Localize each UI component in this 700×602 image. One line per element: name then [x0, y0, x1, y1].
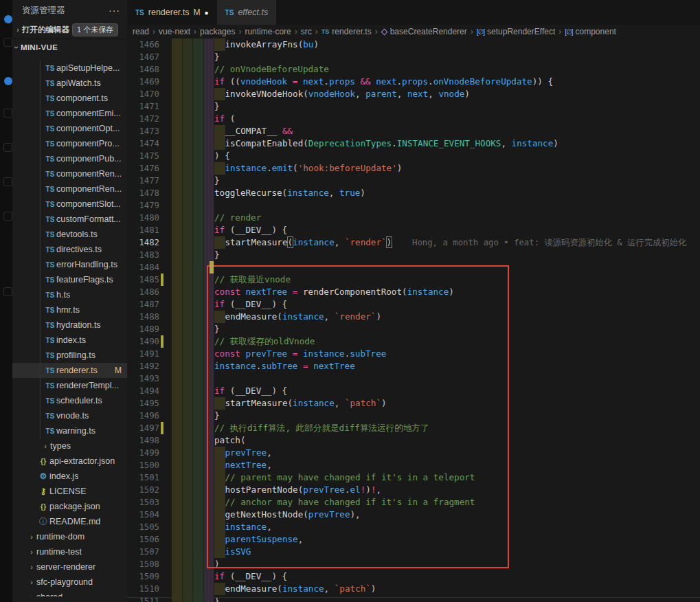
code-line-1511[interactable]: 1511} [127, 595, 700, 602]
file-tree-item-server-renderer[interactable]: ›server-renderer [12, 559, 127, 575]
file-tree-item-LICENSE[interactable]: ⚷LICENSE [12, 484, 127, 499]
gutter [159, 249, 172, 261]
code-line-1509[interactable]: 1509if (__DEV__) { [127, 570, 700, 583]
file-tree-item-renderer.ts[interactable]: TSrenderer.tsM [12, 363, 127, 378]
code-line-1469[interactable]: 1469if ((vnodeHook = next.props && next.… [127, 76, 700, 88]
activity-icon[interactable] [3, 287, 12, 296]
breadcrumb-item-baseCreateRenderer[interactable]: baseCreateRenderer [381, 27, 467, 36]
breadcrumb-separator-icon: › [238, 27, 241, 36]
code-editor[interactable]: 1466invokeArrayFns(bu)1467}1468// onVnod… [127, 38, 700, 602]
code-line-1477[interactable]: 1477} [127, 175, 700, 187]
breadcrumb-item-renderer.ts[interactable]: TSrenderer.ts [321, 27, 372, 36]
breadcrumb-item-read[interactable]: read [133, 27, 149, 36]
file-tree-item-componentRen[interactable]: TScomponentRen... [12, 166, 127, 181]
breadcrumb-item-setupRenderEffect[interactable]: [∅]setupRenderEffect [477, 27, 555, 36]
file-tree-item-apiSetupHelpe[interactable]: TSapiSetupHelpe... [12, 60, 127, 76]
code-line-1510[interactable]: 1510endMeasure(instance, `patch`) [127, 583, 700, 595]
tab-effect.ts[interactable]: TSeffect.ts [217, 0, 277, 25]
chevron-right-icon: › [30, 533, 33, 542]
file-tree-item-index.js[interactable]: ⚙index.js [12, 469, 127, 484]
gutter [159, 385, 172, 397]
code-line-1479[interactable]: 1479 [127, 199, 700, 212]
code-line-1471[interactable]: 1471} [127, 100, 700, 113]
code-line-1466[interactable]: 1466invokeArrayFns(bu) [127, 38, 700, 51]
breadcrumb-item-src[interactable]: src [301, 27, 312, 36]
file-tree-item-rendererTempl[interactable]: TSrendererTempl... [12, 378, 127, 393]
gutter [159, 521, 172, 533]
gutter [159, 298, 172, 311]
file-tree-item-apiWatch.ts[interactable]: TSapiWatch.ts [12, 76, 127, 91]
activity-icon[interactable] [3, 143, 12, 152]
tab-renderer.ts[interactable]: TSrenderer.tsM● [127, 0, 217, 25]
file-tree-item-runtime-test[interactable]: ›runtime-test [12, 544, 127, 559]
code-line-1480[interactable]: 1480// render [127, 212, 700, 224]
code-line-1474[interactable]: 1474isCompatEnabled(DeprecationTypes.INS… [127, 137, 700, 150]
file-tree-item-directives.ts[interactable]: TSdirectives.ts [12, 242, 127, 257]
line-number: 1497 [127, 422, 159, 434]
code-line-1483[interactable]: 1483} [127, 249, 700, 261]
breadcrumb-item-packages[interactable]: packages [200, 27, 235, 36]
file-tree-item-componentEmi[interactable]: TScomponentEmi... [12, 106, 127, 121]
file-tree-item-devtools.ts[interactable]: TSdevtools.ts [12, 227, 127, 242]
breadcrumb-item-vue-next[interactable]: vue-next [159, 27, 190, 36]
file-tree-item-warning.ts[interactable]: TSwarning.ts [12, 423, 127, 438]
code-line-1478[interactable]: 1478toggleRecurse(instance, true) [127, 187, 700, 199]
code-line-1475[interactable]: 1475) { [127, 150, 700, 162]
file-tree-item-componentPro[interactable]: TScomponentPro... [12, 136, 127, 151]
gutter [159, 583, 172, 595]
file-name: scheduler.ts [56, 396, 102, 405]
more-actions-icon[interactable]: ··· [109, 5, 120, 16]
code-line-1467[interactable]: 1467} [127, 51, 700, 63]
account-badge-icon[interactable] [4, 15, 12, 23]
activity-icon[interactable] [3, 212, 12, 221]
file-tree-item-componentSlot[interactable]: TScomponentSlot... [12, 197, 127, 212]
code-line-1472[interactable]: 1472if ( [127, 113, 700, 125]
file-tree-item-componentRen[interactable]: TScomponentRen... [12, 181, 127, 197]
file-tree-item-featureFlags.ts[interactable]: TSfeatureFlags.ts [12, 272, 127, 287]
gutter [159, 212, 172, 224]
dirty-indicator-icon[interactable]: ● [205, 9, 209, 16]
file-tree-item-customFormatt[interactable]: TScustomFormatt... [12, 212, 127, 227]
file-tree-item-package.json[interactable]: {}package.json [12, 499, 127, 514]
file-tree-item-componentOpt[interactable]: TScomponentOpt... [12, 121, 127, 136]
file-tree-item-componentPub[interactable]: TScomponentPub... [12, 151, 127, 166]
file-name: api-extractor.json [49, 456, 115, 466]
file-tree-item-README.md[interactable]: ⓘREADME.md [12, 514, 127, 529]
code-line-1476[interactable]: 1476instance.emit('hook:beforeUpdate') [127, 162, 700, 175]
breadcrumb-item-runtime-core[interactable]: runtime-core [245, 27, 291, 36]
code-line-1470[interactable]: 1470invokeVNodeHook(vnodeHook, parent, n… [127, 88, 700, 100]
breadcrumb-item-component[interactable]: [∅]component [565, 27, 616, 36]
file-tree-item-runtime-dom[interactable]: ›runtime-dom [12, 529, 127, 544]
file-tree-item-component.ts[interactable]: TScomponent.ts [12, 91, 127, 106]
extensions-badge-icon[interactable] [4, 77, 12, 85]
code-line-1482[interactable]: 1482startMeasure(instance, `render`)Hong… [127, 236, 700, 249]
project-section-header[interactable]: › MINI-VUE [12, 38, 127, 55]
file-tree-item-vnode.ts[interactable]: TSvnode.ts [12, 408, 127, 423]
file-tree-item-shared[interactable]: ›shared [12, 590, 127, 597]
indent-block [214, 236, 225, 249]
open-editors-section[interactable]: › 打开的编辑器 1 个未保存 [12, 21, 127, 38]
code-line-1473[interactable]: 1473__COMPAT__ && [127, 125, 700, 137]
file-tree-item-profiling.ts[interactable]: TSprofiling.ts [12, 348, 127, 363]
code-line-1468[interactable]: 1468// onVnodeBeforeUpdate [127, 63, 700, 76]
gutter [159, 125, 172, 137]
file-tree-item-h.ts[interactable]: TSh.ts [12, 287, 127, 302]
gutter [159, 570, 172, 583]
file-tree-item-types[interactable]: ›types [12, 438, 127, 454]
file-name: warning.ts [56, 426, 95, 436]
activity-icon[interactable] [3, 109, 12, 118]
line-number: 1470 [127, 88, 159, 100]
breadcrumb[interactable]: read›vue-next›packages›runtime-core›src›… [127, 25, 700, 38]
code-text: if (__DEV__) { [172, 570, 700, 583]
file-tree-item-index.ts[interactable]: TSindex.ts [12, 333, 127, 348]
file-tree-item-hmr.ts[interactable]: TShmr.ts [12, 302, 127, 317]
file-tree-item-api-extractor.json[interactable]: {}api-extractor.json [12, 454, 127, 469]
file-tree-item-hydration.ts[interactable]: TShydration.ts [12, 317, 127, 333]
file-name: componentRen... [56, 169, 122, 179]
code-line-1481[interactable]: 1481if (__DEV__) { [127, 224, 700, 236]
activity-bar[interactable] [0, 0, 12, 602]
file-tree-item-sfc-playground[interactable]: ›sfc-playground [12, 575, 127, 590]
file-tree-item-scheduler.ts[interactable]: TSscheduler.ts [12, 393, 127, 408]
activity-icon[interactable] [3, 177, 12, 186]
file-tree-item-errorHandling.ts[interactable]: TSerrorHandling.ts [12, 257, 127, 272]
